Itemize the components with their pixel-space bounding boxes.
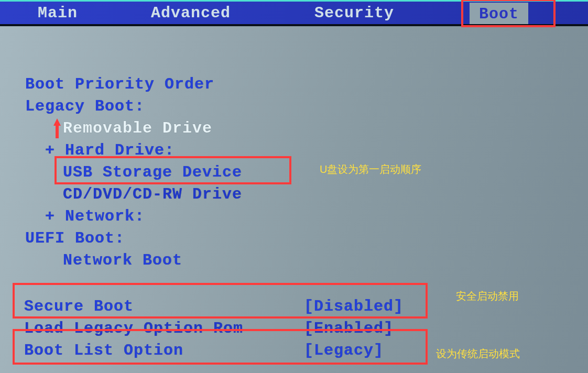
annotation-text-secure-disable: 安全启动禁用	[456, 289, 519, 303]
annotation-box-secure-boot	[13, 283, 428, 319]
item-removable-drive[interactable]: Removable Drive	[63, 119, 212, 137]
item-cd-dvd-drive[interactable]: CD/DVD/CD-RW Drive	[63, 185, 242, 203]
tab-advanced[interactable]: Advanced	[146, 2, 236, 24]
annotation-box-boot-tab	[461, 0, 556, 27]
annotation-text-usb-first: U盘设为第一启动顺序	[320, 162, 421, 177]
tab-security[interactable]: Security	[309, 2, 399, 24]
heading-boot-priority-order: Boot Priority Order	[25, 75, 214, 93]
tab-main[interactable]: Main	[32, 2, 83, 24]
heading-legacy-boot: Legacy Boot:	[25, 97, 145, 115]
annotation-box-boot-list	[13, 329, 428, 365]
heading-uefi-boot: UEFI Boot:	[25, 229, 125, 247]
annotation-box-usb	[55, 156, 291, 184]
item-network[interactable]: + Network:	[45, 207, 145, 225]
annotation-arrow-stem	[56, 125, 59, 138]
item-network-boot[interactable]: Network Boot	[63, 251, 182, 269]
annotation-text-legacy-mode: 设为传统启动模式	[436, 347, 520, 361]
